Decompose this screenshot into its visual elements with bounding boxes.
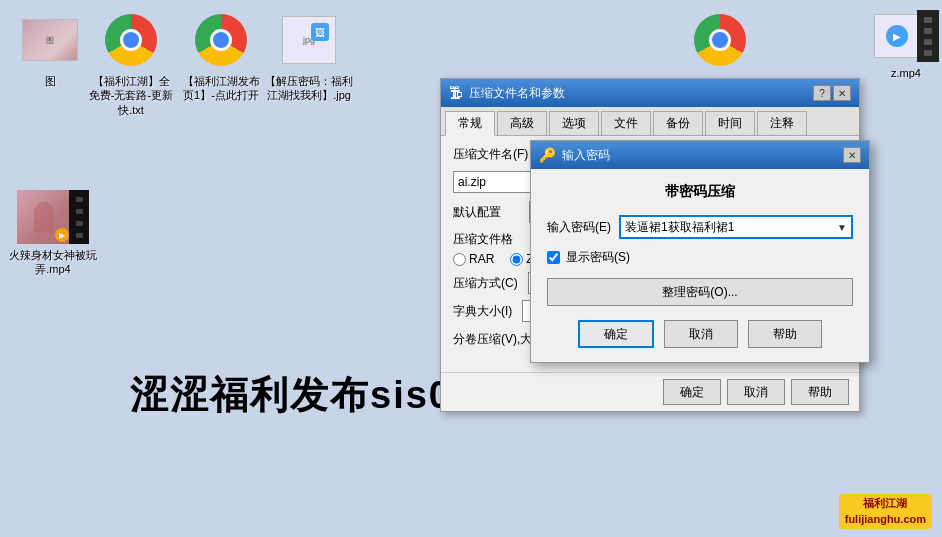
password-label: 输入密码(E) [547,219,611,236]
brand-logo: 福利江湖 fulijianghu.com [839,494,932,529]
icon-label-1: 图 [45,74,56,88]
tab-regular[interactable]: 常规 [445,111,495,136]
compress-dialog-icon: 🗜 [449,85,463,101]
password-ok-btn[interactable]: 确定 [578,320,654,348]
show-password-label: 显示密码(S) [566,249,630,266]
brand-line2: fulijianghu.com [845,512,926,527]
tab-files[interactable]: 文件 [601,111,651,135]
password-input[interactable] [625,220,837,234]
icon-chrome-5 [690,10,750,70]
password-dialog-win-buttons: ✕ [843,147,861,163]
password-help-btn[interactable]: 帮助 [748,320,822,348]
compress-dialog-title-area: 🗜 压缩文件名和参数 [449,85,565,102]
compress-dialog-tabs: 常规 高级 选项 文件 备份 时间 注释 [441,107,859,136]
icon-label-2: 【福利江湖】全免费-无套路-更新快.txt [88,74,174,117]
password-dialog-titlebar[interactable]: 🔑 输入密码 ✕ [531,141,869,169]
icon-chrome-2 [101,10,161,70]
icon-label-6: z.mp4 [891,66,921,80]
password-dialog-footer: 确定 取消 帮助 [547,316,853,348]
rar-radio[interactable] [453,253,466,266]
icon-label-3: 【福利江湖发布页1】-点此打开 [178,74,264,103]
password-dialog-heading: 带密码压缩 [547,183,853,201]
tab-advanced[interactable]: 高级 [497,111,547,135]
password-dialog-body: 带密码压缩 输入密码(E) ▼ 显示密码(S) 整理密码(O)... 确定 取消… [531,169,869,362]
compress-method-label: 压缩方式(C) [453,275,518,292]
filename-label: 压缩文件名(F) [453,146,528,163]
desktop-icon-1[interactable]: 图 图 [10,10,90,88]
zip-radio[interactable] [510,253,523,266]
password-dialog-icon: 🔑 [539,147,556,163]
manage-passwords-btn[interactable]: 整理密码(O)... [547,278,853,306]
password-dialog-title-area: 🔑 输入密码 [539,147,610,164]
icon-video-7: ▶ [17,190,89,244]
password-input-wrap[interactable]: ▼ [619,215,853,239]
show-password-checkbox[interactable] [547,251,560,264]
icon-label-7: 火辣身材女神被玩弄.mp4 [8,248,98,277]
desktop-icon-7[interactable]: ▶ 火辣身材女神被玩弄.mp4 [8,190,98,277]
password-cancel-btn[interactable]: 取消 [664,320,738,348]
icon-label-4: 【解压密码：福利江湖找我利】.jpg [264,74,354,103]
compress-cancel-btn[interactable]: 取消 [727,379,785,405]
brand-line1: 福利江湖 [845,496,926,511]
compress-dialog-title: 压缩文件名和参数 [469,85,565,102]
icon-image-1: 图 [20,10,80,70]
password-dialog: 🔑 输入密码 ✕ 带密码压缩 输入密码(E) ▼ 显示密码(S) 整理密码(O)… [530,140,870,363]
default-config-label: 默认配置 [453,204,523,221]
password-input-row: 输入密码(E) ▼ [547,215,853,239]
icon-film-6: ▶ [874,10,939,62]
tab-options[interactable]: 选项 [549,111,599,135]
password-dialog-close-btn[interactable]: ✕ [843,147,861,163]
compress-dialog-help-btn[interactable]: ? [813,85,831,101]
show-password-row: 显示密码(S) [547,249,853,266]
tab-backup[interactable]: 备份 [653,111,703,135]
compress-dialog-titlebar[interactable]: 🗜 压缩文件名和参数 ? ✕ [441,79,859,107]
compress-dialog-close-btn[interactable]: ✕ [833,85,851,101]
dict-size-label: 字典大小(I) [453,303,512,320]
compress-dialog-win-buttons: ? ✕ [813,85,851,101]
desktop-icon-5[interactable] [680,10,760,74]
password-dropdown-btn[interactable]: ▼ [837,222,847,233]
compress-ok-btn[interactable]: 确定 [663,379,721,405]
icon-chrome-3 [191,10,251,70]
compress-dialog-footer: 确定 取消 帮助 [441,372,859,411]
desktop-icon-3[interactable]: 【福利江湖发布页1】-点此打开 [178,10,264,103]
password-dialog-title: 输入密码 [562,147,610,164]
desktop-icon-2[interactable]: 【福利江湖】全免费-无套路-更新快.txt [88,10,174,117]
desktop-icon-4[interactable]: 🖼 jpg 【解压密码：福利江湖找我利】.jpg [264,10,354,103]
icon-image-4: 🖼 jpg [279,10,339,70]
desktop-icon-6[interactable]: ▶ z.mp4 [870,10,942,80]
compress-help-btn[interactable]: 帮助 [791,379,849,405]
tab-comment[interactable]: 注释 [757,111,807,135]
rar-radio-label[interactable]: RAR [453,252,494,266]
tab-time[interactable]: 时间 [705,111,755,135]
